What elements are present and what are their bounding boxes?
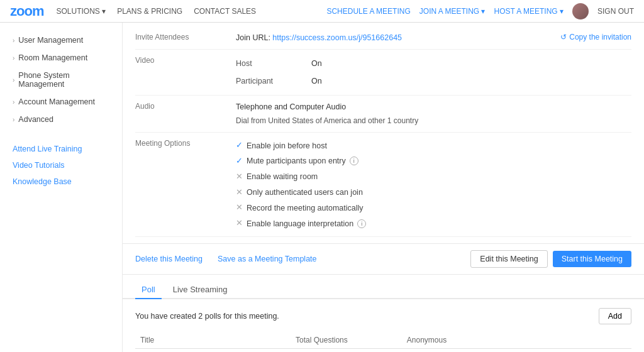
delete-meeting-link[interactable]: Delete this Meeting — [135, 255, 203, 263]
option-mute-participants: ✓ Mute participants upon entry i — [236, 153, 631, 169]
host-label: Host — [236, 57, 311, 70]
sidebar: › User Management › Room Management › Ph… — [0, 23, 123, 352]
info-icon[interactable]: i — [350, 157, 358, 165]
option-waiting-room: ✕ Enable waiting room — [236, 169, 631, 185]
polls-table: Title Total Questions Anonymous ▾ Poll 1… — [135, 332, 631, 352]
participant-value: On — [311, 75, 322, 87]
x-icon: ✕ — [236, 201, 243, 214]
join-meeting-link[interactable]: JOIN A MEETING ▾ — [419, 7, 486, 16]
option-join-before-host: ✓ Enable join before host — [236, 138, 631, 153]
col-total-questions: Total Questions — [291, 332, 402, 349]
video-row: Video Host On Participant On — [135, 50, 631, 96]
invite-label: Invite Attendees — [135, 31, 236, 41]
nav-plans[interactable]: PLANS & PRICING — [117, 7, 182, 16]
edit-meeting-button[interactable]: Edit this Meeting — [470, 250, 547, 268]
arrow-icon: › — [13, 116, 14, 123]
audio-label: Audio — [135, 101, 236, 127]
table-row: ▾ Poll 1: World History 2 questions No E… — [135, 348, 631, 352]
sidebar-item-phone-system[interactable]: › Phone System Management — [0, 67, 122, 93]
audio-row: Audio Telephone and Computer Audio Dial … — [135, 96, 631, 133]
action-bar: Delete this Meeting Save as a Meeting Te… — [123, 243, 644, 275]
anonymous-cell: No — [402, 348, 491, 352]
col-actions — [491, 332, 631, 349]
sidebar-item-room-management[interactable]: › Room Management — [0, 49, 122, 67]
video-label: Video — [135, 55, 236, 90]
user-avatar[interactable] — [572, 3, 589, 19]
meeting-details: Invite Attendees Join URL: https://succe… — [123, 23, 644, 243]
poll-section: You have created 2 polls for this meetin… — [123, 299, 644, 352]
col-anonymous: Anonymous — [402, 332, 491, 349]
nav-solutions[interactable]: SOLUTIONS ▾ — [56, 7, 106, 16]
tab-live-streaming[interactable]: Live Streaming — [167, 281, 234, 299]
video-value: Host On Participant On — [236, 55, 631, 90]
main-content: Invite Attendees Join URL: https://succe… — [123, 23, 644, 352]
arrow-icon: › — [13, 77, 14, 84]
poll-title-cell: ▾ Poll 1: World History — [135, 348, 291, 352]
sidebar-item-user-management[interactable]: › User Management — [0, 31, 122, 49]
sidebar-link-knowledge[interactable]: Knowledge Base — [0, 173, 122, 190]
arrow-icon: › — [13, 99, 14, 106]
info-icon[interactable]: i — [357, 219, 366, 228]
audio-type: Telephone and Computer Audio — [236, 101, 631, 113]
signout-button[interactable]: SIGN OUT — [597, 7, 634, 16]
poll-header: You have created 2 polls for this meetin… — [135, 308, 631, 324]
option-authenticated-users: ✕ Only authenticated users can join — [236, 185, 631, 201]
tabs-bar: Poll Live Streaming — [123, 275, 644, 299]
total-questions-cell: 2 questions — [291, 348, 402, 352]
col-title: Title — [135, 332, 291, 349]
schedule-meeting-link[interactable]: SCHEDULE A MEETING — [326, 7, 410, 16]
check-icon: ✓ — [236, 139, 243, 152]
sidebar-link-tutorials[interactable]: Video Tutorials — [0, 157, 122, 173]
sidebar-item-account-management[interactable]: › Account Management — [0, 93, 122, 111]
arrow-icon: › — [13, 37, 14, 44]
save-template-link[interactable]: Save as a Meeting Template — [218, 255, 317, 263]
meeting-options-value: ✓ Enable join before host ✓ Mute partici… — [236, 138, 631, 231]
arrow-icon: › — [13, 55, 14, 62]
check-icon: ✓ — [236, 155, 243, 168]
tab-poll[interactable]: Poll — [135, 281, 162, 299]
x-icon: ✕ — [236, 170, 243, 184]
copy-invitation-button[interactable]: ↺ Copy the invitation — [560, 31, 631, 41]
join-url-link[interactable]: https://success.zoom.us/j/951662645 — [272, 33, 402, 42]
participant-label: Participant — [236, 75, 311, 87]
host-meeting-link[interactable]: HOST A MEETING ▾ — [494, 7, 564, 16]
header-right: SCHEDULE A MEETING JOIN A MEETING ▾ HOST… — [326, 3, 634, 19]
sidebar-link-training[interactable]: Attend Live Training — [0, 141, 122, 157]
option-language-interpretation: ✕ Enable language interpretation i — [236, 216, 631, 231]
start-meeting-button[interactable]: Start this Meeting — [553, 251, 631, 267]
zoom-logo[interactable]: zoom — [10, 3, 43, 19]
meeting-options-row: Meeting Options ✓ Enable join before hos… — [135, 133, 631, 237]
header: zoom SOLUTIONS ▾ PLANS & PRICING CONTACT… — [0, 0, 644, 23]
poll-info: You have created 2 polls for this meetin… — [135, 312, 279, 321]
invite-attendees-row: Invite Attendees Join URL: https://succe… — [135, 26, 631, 50]
add-poll-button[interactable]: Add — [599, 308, 631, 324]
app-layout: › User Management › Room Management › Ph… — [0, 0, 644, 352]
refresh-icon: ↺ — [560, 33, 567, 41]
join-url-prefix: Join URL: — [236, 33, 272, 42]
dial-from: Dial from United States of America and o… — [236, 115, 631, 127]
action-cell: Edit Delete — [491, 348, 631, 352]
x-icon: ✕ — [236, 186, 243, 199]
invite-value: Join URL: https://success.zoom.us/j/9516… — [236, 31, 560, 44]
x-icon: ✕ — [236, 217, 243, 230]
audio-value: Telephone and Computer Audio Dial from U… — [236, 101, 631, 127]
meeting-options-label: Meeting Options — [135, 138, 236, 231]
nav-contact-sales[interactable]: CONTACT SALES — [194, 7, 256, 16]
option-record-auto: ✕ Record the meeting automatically — [236, 200, 631, 216]
sidebar-item-advanced[interactable]: › Advanced — [0, 111, 122, 128]
host-value: On — [311, 57, 322, 70]
